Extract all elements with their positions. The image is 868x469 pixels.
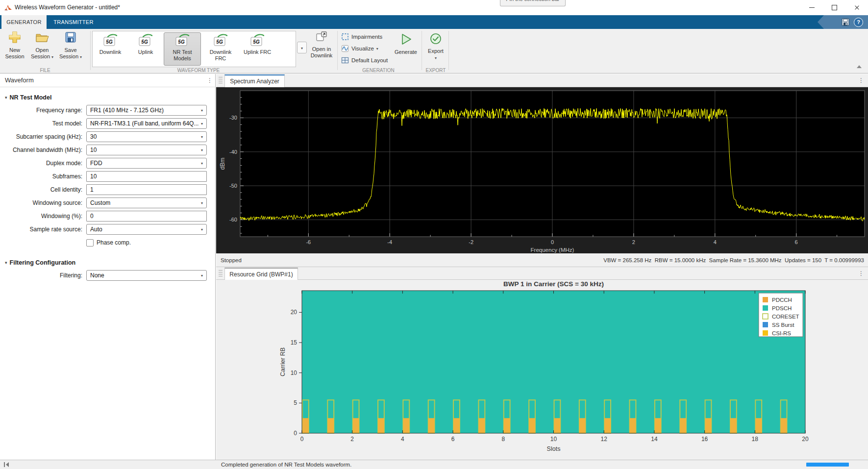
windowing-source-row: Windowing source:Custom▾	[0, 197, 215, 208]
open-session-label: Open Session	[31, 47, 50, 59]
subframes-input[interactable]: 10	[86, 171, 207, 182]
frequency-range-dropdown[interactable]: FR1 (410 MHz - 7.125 GHz)▾	[86, 105, 207, 116]
resource-grid-panel-menu-icon[interactable]: ⋮	[858, 270, 864, 277]
legend-swatch-coreset	[763, 314, 768, 319]
svg-text:dBm: dBm	[219, 158, 226, 170]
section-divider	[422, 31, 422, 70]
collapse-panel-icon[interactable]	[4, 462, 5, 467]
save-session-button[interactable]: Save Session ▾	[57, 31, 84, 66]
waveform-panel-menu-icon[interactable]: ⋮	[207, 77, 213, 84]
sample-rate-source-row: Sample rate source:Auto▾	[0, 224, 215, 235]
sample-rate-source-dropdown[interactable]: Auto▾	[86, 224, 207, 235]
pdcch-csirs-bar	[680, 418, 686, 433]
resource-grid-figure: BWP 1 in Carrier (SCS = 30 kHz)024681012…	[216, 280, 868, 460]
legend-swatch-csi-rs	[763, 330, 768, 336]
resource-grid-panel-grip[interactable]	[219, 270, 223, 277]
field-label: Windowing (%):	[0, 213, 86, 220]
open-session-button[interactable]: Open Session ▾	[28, 31, 56, 66]
generate-play-icon	[399, 33, 412, 46]
spectrum-status-bar: Stopped VBW = 265.258 Hz RBW = 15.0000 k…	[216, 253, 868, 267]
waveform-type-uplink[interactable]: 5GUplink	[128, 32, 163, 66]
dropdown-value: Custom	[87, 199, 201, 206]
svg-text:0: 0	[300, 436, 304, 443]
field-label: Windowing source:	[0, 199, 86, 206]
svg-text:-30: -30	[229, 115, 237, 121]
spectrum-panel-grip[interactable]	[219, 77, 223, 84]
pdcch-csirs-bar	[655, 418, 661, 433]
svg-text:14: 14	[651, 436, 658, 443]
section-divider	[90, 31, 91, 70]
maximize-icon	[832, 5, 837, 10]
section-gap	[0, 250, 215, 256]
dropdown-caret-icon: ▾	[201, 122, 206, 126]
gallery-expand-button[interactable]: ▾	[297, 42, 307, 53]
spectrum-panel-menu-icon[interactable]: ⋮	[858, 77, 864, 84]
dropdown-value: NR-FR1-TM3.1 (Full band, uniform 64Q...	[87, 120, 201, 127]
minimize-button[interactable]	[800, 0, 823, 15]
field-label: Cell identity:	[0, 186, 86, 193]
channel-bandwidth-mhz-row: Channel bandwidth (MHz):10▾	[0, 145, 215, 155]
windowing-source-dropdown[interactable]: Custom▾	[86, 197, 207, 208]
duplex-mode-dropdown[interactable]: FDD▾	[86, 158, 207, 169]
matlab-logo-icon	[4, 3, 12, 12]
phase-comp-checkbox[interactable]	[86, 239, 94, 247]
waveform-type-label: Downlink FRC	[205, 49, 236, 62]
new-session-button[interactable]: New Session	[2, 31, 27, 66]
help-icon[interactable]: ?	[854, 18, 863, 27]
legend-label-coreset: CORESET	[772, 314, 799, 320]
svg-text:2: 2	[350, 436, 354, 443]
subcarrier-spacing-khz-dropdown[interactable]: 30▾	[86, 131, 207, 142]
app-window: Wireless Waveform Generator - untitled* …	[0, 0, 868, 469]
pdcch-csirs-bar	[781, 418, 787, 433]
open-session-caret-icon: ▾	[51, 55, 53, 59]
section-header-filtering-configuration[interactable]: ▾Filtering Configuration	[5, 259, 215, 266]
5g-icon: 5G	[103, 34, 118, 47]
maximize-button[interactable]	[823, 0, 845, 15]
windowing-row: Windowing (%):0	[0, 211, 215, 222]
test-model-row: Test model:NR-FR1-TM3.1 (Full band, unif…	[0, 118, 215, 129]
waveform-type-downlink[interactable]: 5GDownlink	[93, 32, 127, 66]
cell-identity-input[interactable]: 1	[86, 184, 207, 195]
close-button[interactable]	[845, 0, 868, 15]
5g-icon: 5G	[213, 34, 228, 47]
impairments-label: Impairments	[351, 34, 382, 40]
legend-label-ss-burst: SS Burst	[772, 322, 794, 328]
windowing-input[interactable]: 0	[86, 211, 207, 222]
filtering-dropdown[interactable]: None▾	[86, 270, 207, 281]
open-in-downlink-button[interactable]: Open in Downlink	[309, 31, 334, 66]
waveform-type-uplink-frc[interactable]: 5GUplink FRC	[240, 32, 274, 66]
tab-generator[interactable]: GENERATOR	[1, 15, 47, 29]
svg-text:10: 10	[291, 370, 298, 376]
dropdown-value: 30	[87, 133, 201, 140]
export-label: Export	[428, 48, 444, 54]
test-model-dropdown[interactable]: NR-FR1-TM3.1 (Full band, uniform 64Q...▾	[86, 118, 207, 129]
section-header-nr-test-model[interactable]: ▾NR Test Model	[5, 94, 215, 101]
pdcch-csirs-bar	[604, 418, 611, 433]
export-button[interactable]: Export▾	[424, 31, 447, 66]
collapse-ribbon-icon[interactable]	[857, 65, 862, 68]
tab-spectrum-analyzer[interactable]: Spectrum Analyzer	[224, 74, 285, 87]
save-session-floppy-icon	[65, 31, 76, 44]
phase-comp-row: Phase comp.	[0, 237, 215, 248]
pdcch-csirs-bar	[327, 418, 334, 433]
field-label: Channel bandwidth (MHz):	[0, 147, 86, 153]
resource-grid-tab-label: Resource Grid (BWP#1)	[229, 271, 293, 278]
spectrum-plot: -30-40-50-60-6-4-20246Frequency (MHz)dBm	[216, 87, 868, 253]
channel-bandwidth-mhz-dropdown[interactable]: 10▾	[86, 145, 207, 155]
generate-button[interactable]: Generate	[392, 31, 420, 66]
frequency-range-row: Frequency range:FR1 (410 MHz - 7.125 GHz…	[0, 105, 215, 116]
default-layout-label: Default Layout	[351, 57, 388, 63]
waveform-type-downlink-frc[interactable]: 5GDownlink FRC	[202, 32, 239, 66]
quick-save-icon[interactable]	[841, 18, 850, 26]
waveform-type-nr-test-models[interactable]: 5GNR Test Models	[164, 32, 201, 66]
pdcch-csirs-bar	[705, 418, 712, 433]
open-session-folder-icon	[35, 31, 49, 44]
field-label: Filtering:	[0, 272, 86, 279]
tab-resource-grid[interactable]: Resource Grid (BWP#1)	[224, 268, 298, 280]
collapse-panel-arrow-icon[interactable]	[6, 462, 9, 467]
spectrum-figure: -30-40-50-60-6-4-20246Frequency (MHz)dBm	[216, 87, 868, 253]
tab-transmitter[interactable]: TRANSMITTER	[47, 15, 100, 29]
dropdown-caret-icon: ▾	[201, 161, 206, 166]
resource-grid-tab-bar: Resource Grid (BWP#1) ⋮	[216, 267, 868, 280]
svg-text:-40: -40	[229, 149, 237, 155]
